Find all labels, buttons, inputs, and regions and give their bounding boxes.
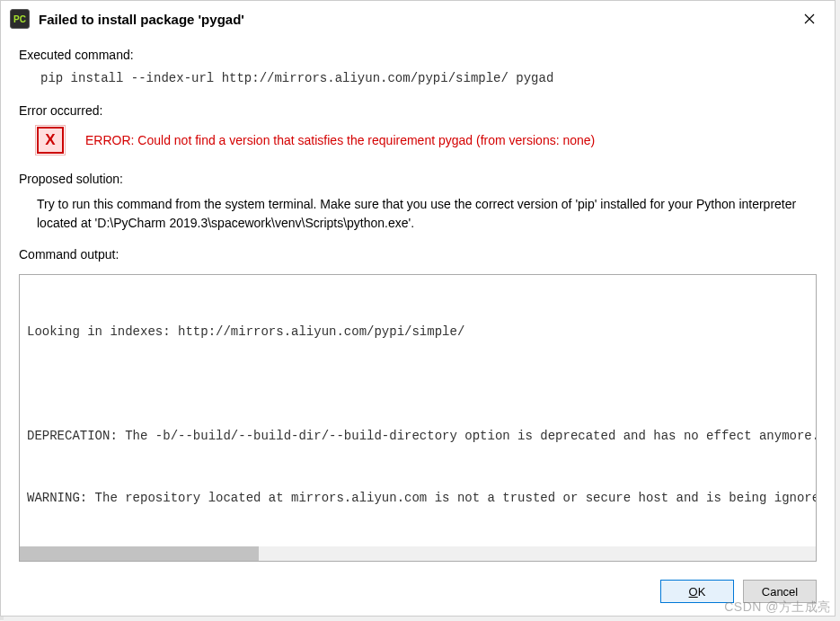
button-row: OK Cancel	[1, 571, 835, 616]
output-line: Looking in indexes: http://mirrors.aliyu…	[27, 322, 809, 342]
pycharm-icon: PC	[10, 9, 30, 29]
ok-button[interactable]: OK	[660, 580, 734, 603]
error-occurred-label: Error occurred:	[19, 103, 817, 118]
executed-command-text: pip install --index-url http://mirrors.a…	[19, 71, 817, 85]
proposed-solution-text: Try to run this command from the system …	[19, 195, 817, 233]
horizontal-scrollbar[interactable]	[20, 546, 816, 561]
dialog-content: Executed command: pip install --index-ur…	[1, 37, 835, 571]
error-message: ERROR: Could not find a version that sat…	[85, 133, 595, 147]
command-output-label: Command output:	[19, 247, 817, 262]
executed-command-label: Executed command:	[19, 48, 817, 62]
titlebar: PC Failed to install package 'pygad'	[1, 1, 835, 37]
dialog-title: Failed to install package 'pygad'	[39, 12, 791, 27]
proposed-solution-label: Proposed solution:	[19, 172, 817, 186]
cancel-label: Cancel	[762, 585, 798, 599]
horizontal-scrollbar-thumb[interactable]	[20, 546, 259, 561]
close-button[interactable]	[791, 5, 827, 32]
error-icon: X	[37, 127, 64, 154]
cancel-button[interactable]: Cancel	[743, 580, 817, 603]
ok-mnemonic: O	[689, 585, 698, 599]
error-row: X ERROR: Could not find a version that s…	[19, 127, 817, 154]
error-dialog: PC Failed to install package 'pygad' Exe…	[0, 0, 836, 617]
close-icon	[804, 13, 815, 24]
output-line: WARNING: The repository located at mirro…	[27, 488, 809, 509]
command-output-box[interactable]: Looking in indexes: http://mirrors.aliyu…	[19, 274, 817, 562]
output-line: DEPRECATION: The -b/--build/--build-dir/…	[27, 426, 809, 447]
